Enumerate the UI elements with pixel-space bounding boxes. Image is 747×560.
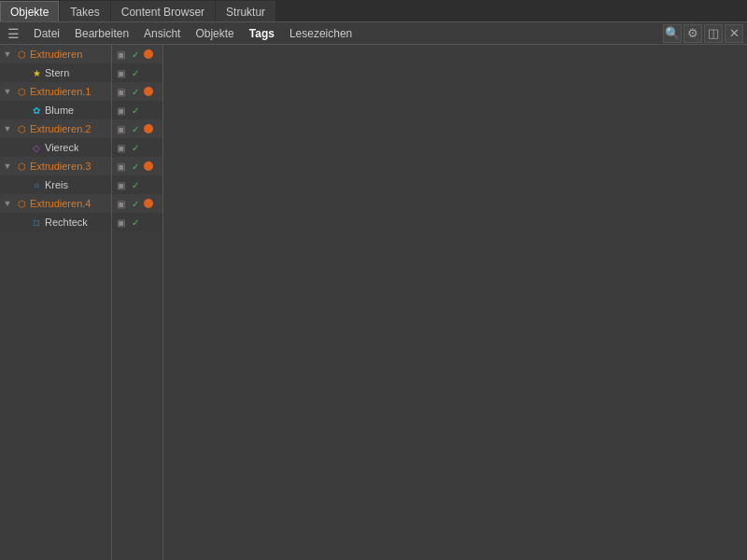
expand-button[interactable]: ◫ bbox=[704, 24, 723, 43]
label-rechteck: Rechteck bbox=[45, 217, 88, 228]
check2-stern[interactable]: ✓ bbox=[129, 66, 142, 79]
toggle-kreis bbox=[17, 179, 28, 190]
grid-icon: ☰ bbox=[4, 24, 22, 43]
check2-extrudieren2[interactable]: ✓ bbox=[129, 122, 142, 135]
close-button[interactable]: ✕ bbox=[725, 24, 743, 43]
toggle-extrudieren4[interactable]: ▼ bbox=[2, 198, 13, 209]
label-extrudieren: Extrudieren bbox=[30, 49, 82, 60]
toggle-viereck bbox=[17, 142, 28, 153]
label-extrudieren3: Extrudieren.3 bbox=[30, 161, 91, 172]
tag-row-extrudieren4: ▣ ✓ bbox=[112, 194, 162, 213]
check2-blume[interactable]: ✓ bbox=[129, 104, 142, 117]
tree-row-extrudieren4[interactable]: ▼ ⬡ Extrudieren.4 bbox=[0, 194, 111, 213]
tag-row-stern: ▣ ✓ bbox=[112, 63, 162, 82]
toggle-stern bbox=[17, 67, 28, 78]
tag-dot-extrudieren4 bbox=[144, 199, 153, 208]
label-blume: Blume bbox=[45, 105, 74, 116]
menu-bar-right: 🔍 ⚙ ◫ ✕ bbox=[663, 24, 743, 43]
label-viereck: Viereck bbox=[45, 142, 78, 153]
check2-extrudieren1[interactable]: ✓ bbox=[129, 85, 142, 98]
icon-stern: ★ bbox=[30, 66, 43, 79]
tag-dot-extrudieren1 bbox=[144, 87, 153, 96]
icon-extrudieren2: ⬡ bbox=[15, 122, 28, 135]
tab-struktur[interactable]: Struktur bbox=[216, 1, 275, 21]
icon-extrudieren1: ⬡ bbox=[15, 85, 28, 98]
icon-viereck: ◇ bbox=[30, 141, 43, 154]
tree-row-extrudieren3[interactable]: ▼ ⬡ Extrudieren.3 bbox=[0, 157, 111, 175]
menu-tags[interactable]: Tags bbox=[242, 25, 282, 42]
check1-rechteck[interactable]: ▣ bbox=[114, 216, 127, 229]
toggle-extrudieren3[interactable]: ▼ bbox=[2, 161, 13, 172]
tree-row-extrudieren2[interactable]: ▼ ⬡ Extrudieren.2 bbox=[0, 119, 111, 138]
tag-dot-extrudieren2 bbox=[144, 124, 153, 133]
toggle-blume bbox=[17, 105, 28, 116]
main-area: ▼ ⬡ Extrudieren ★ Stern ▼ ⬡ Extrudieren.… bbox=[0, 45, 747, 560]
check2-viereck[interactable]: ✓ bbox=[129, 141, 142, 154]
settings-button[interactable]: ⚙ bbox=[684, 24, 702, 43]
tree-row-blume[interactable]: ✿ Blume bbox=[0, 101, 111, 119]
tag-row-viereck: ▣ ✓ bbox=[112, 138, 162, 157]
label-extrudieren4: Extrudieren.4 bbox=[30, 198, 91, 209]
check1-kreis[interactable]: ▣ bbox=[114, 178, 127, 191]
tag-row-extrudieren2: ▣ ✓ bbox=[112, 119, 162, 138]
tag-row-extrudieren: ▣ ✓ bbox=[112, 45, 162, 63]
tag-row-kreis: ▣ ✓ bbox=[112, 175, 162, 194]
tab-bar: Objekte Takes Content Browser Struktur bbox=[0, 0, 747, 22]
tab-takes[interactable]: Takes bbox=[60, 1, 109, 21]
check1-extrudieren[interactable]: ▣ bbox=[114, 48, 127, 61]
icon-extrudieren3: ⬡ bbox=[15, 160, 28, 173]
menu-lesezeichen[interactable]: Lesezeichen bbox=[282, 25, 359, 42]
toggle-extrudieren[interactable]: ▼ bbox=[2, 49, 13, 60]
check1-stern[interactable]: ▣ bbox=[114, 66, 127, 79]
toggle-rechteck bbox=[17, 217, 28, 228]
tree-row-viereck[interactable]: ◇ Viereck bbox=[0, 138, 111, 157]
icon-extrudieren4: ⬡ bbox=[15, 197, 28, 210]
tree-row-rechteck[interactable]: □ Rechteck bbox=[0, 213, 111, 231]
check2-extrudieren4[interactable]: ✓ bbox=[129, 197, 142, 210]
menu-objekte[interactable]: Objekte bbox=[188, 25, 241, 42]
tree-row-extrudieren1[interactable]: ▼ ⬡ Extrudieren.1 bbox=[0, 82, 111, 101]
menu-bearbeiten[interactable]: Bearbeiten bbox=[67, 25, 136, 42]
icon-extrudieren: ⬡ bbox=[15, 48, 28, 61]
label-extrudieren2: Extrudieren.2 bbox=[30, 123, 91, 134]
check1-blume[interactable]: ▣ bbox=[114, 104, 127, 117]
tree-row-stern[interactable]: ★ Stern bbox=[0, 63, 111, 82]
check2-kreis[interactable]: ✓ bbox=[129, 178, 142, 191]
label-kreis: Kreis bbox=[45, 179, 68, 190]
check1-viereck[interactable]: ▣ bbox=[114, 141, 127, 154]
toggle-extrudieren2[interactable]: ▼ bbox=[2, 123, 13, 134]
tab-objekte[interactable]: Objekte bbox=[0, 1, 59, 21]
label-extrudieren1: Extrudieren.1 bbox=[30, 86, 91, 97]
tag-row-blume: ▣ ✓ bbox=[112, 101, 162, 119]
icon-kreis: ○ bbox=[30, 178, 43, 191]
check1-extrudieren2[interactable]: ▣ bbox=[114, 122, 127, 135]
tab-content-browser[interactable]: Content Browser bbox=[111, 1, 215, 21]
check1-extrudieren4[interactable]: ▣ bbox=[114, 197, 127, 210]
menu-bar: ☰ Datei Bearbeiten Ansicht Objekte Tags … bbox=[0, 22, 747, 45]
icon-rechteck: □ bbox=[30, 216, 43, 229]
menu-datei[interactable]: Datei bbox=[26, 25, 67, 42]
search-button[interactable]: 🔍 bbox=[663, 24, 682, 43]
tag-row-extrudieren3: ▣ ✓ bbox=[112, 157, 162, 175]
tag-dot-extrudieren3 bbox=[144, 161, 153, 171]
tree-row-extrudieren[interactable]: ▼ ⬡ Extrudieren bbox=[0, 45, 111, 63]
check2-extrudieren[interactable]: ✓ bbox=[129, 48, 142, 61]
tag-row-rechteck: ▣ ✓ bbox=[112, 213, 162, 231]
tag-dot-extrudieren bbox=[144, 49, 153, 59]
label-stern: Stern bbox=[45, 67, 69, 78]
toggle-extrudieren1[interactable]: ▼ bbox=[2, 86, 13, 97]
tag-row-extrudieren1: ▣ ✓ bbox=[112, 82, 162, 101]
tags-panel: ▣ ✓ ▣ ✓ ▣ ✓ ▣ ✓ ▣ ✓ bbox=[112, 45, 163, 560]
check1-extrudieren1[interactable]: ▣ bbox=[114, 85, 127, 98]
menu-ansicht[interactable]: Ansicht bbox=[136, 25, 188, 42]
check1-extrudieren3[interactable]: ▣ bbox=[114, 160, 127, 173]
icon-blume: ✿ bbox=[30, 104, 43, 117]
menu-bar-left: ☰ Datei Bearbeiten Ansicht Objekte Tags … bbox=[4, 24, 663, 43]
check2-extrudieren3[interactable]: ✓ bbox=[129, 160, 142, 173]
check2-rechteck[interactable]: ✓ bbox=[129, 216, 142, 229]
columns-area: ▼ ⬡ Extrudieren ★ Stern ▼ ⬡ Extrudieren.… bbox=[0, 45, 163, 560]
tree-row-kreis[interactable]: ○ Kreis bbox=[0, 175, 111, 194]
tree-panel: ▼ ⬡ Extrudieren ★ Stern ▼ ⬡ Extrudieren.… bbox=[0, 45, 112, 560]
